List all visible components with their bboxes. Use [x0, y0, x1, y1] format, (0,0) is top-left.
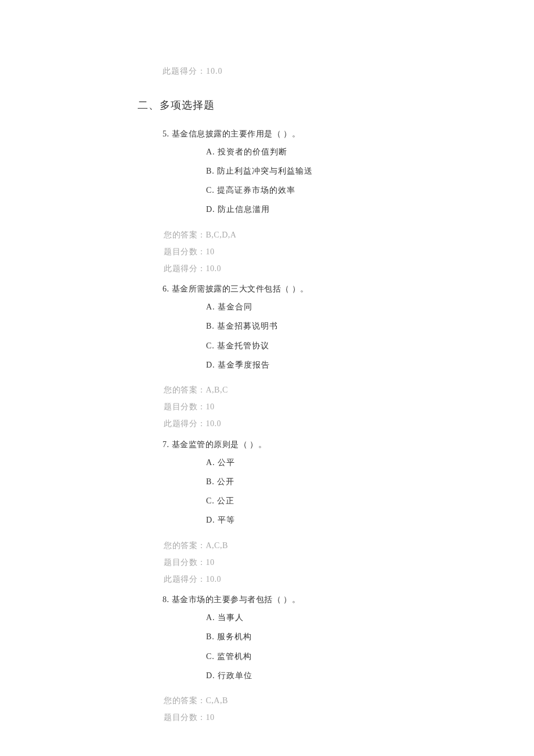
question-stem: 6. 基金所需披露的三大文件包括（ ）。	[163, 282, 499, 296]
option-label: B.	[206, 167, 215, 175]
option-text: 服务机构	[217, 632, 252, 641]
question-number: 8.	[163, 595, 169, 604]
option-item: A. 投资者的价值判断	[206, 145, 499, 159]
question-block: 5. 基金信息披露的主要作用是（ ）。 A. 投资者的价值判断 B. 防止利益冲…	[35, 127, 499, 276]
obtained-score-label: 此题得分：	[164, 264, 206, 273]
question-text: 基金所需披露的三大文件包括（ ）。	[172, 285, 309, 293]
option-label: A.	[206, 303, 215, 311]
option-label: D.	[206, 361, 215, 369]
question-stem: 8. 基金市场的主要参与者包括（ ）。	[163, 592, 499, 607]
option-text: 公正	[217, 496, 234, 505]
answer-block: 您的答案：A,C,B 题目分数：10 此题得分：10.0	[164, 538, 499, 587]
option-item: B. 防止利益冲突与利益输送	[206, 164, 499, 178]
option-item: C. 提高证券市场的效率	[206, 183, 499, 197]
option-text: 监管机构	[217, 652, 252, 661]
option-text: 公平	[218, 458, 235, 467]
top-score-line: 此题得分：10.0	[163, 64, 499, 78]
question-stem: 5. 基金信息披露的主要作用是（ ）。	[163, 127, 499, 141]
question-score-line: 题目分数：10	[164, 555, 499, 570]
obtained-score-line: 此题得分：10.0	[164, 572, 499, 586]
question-score-line: 题目分数：10	[164, 710, 499, 725]
option-text: 提高证券市场的效率	[217, 186, 295, 195]
page-container: 此题得分：10.0 二、多项选择题 5. 基金信息披露的主要作用是（ ）。 A.…	[0, 0, 534, 756]
option-item: D. 平等	[206, 513, 499, 527]
option-label: C.	[206, 186, 215, 195]
option-item: A. 基金合同	[206, 300, 499, 314]
option-label: A.	[206, 147, 215, 156]
option-text: 平等	[218, 516, 235, 524]
options-list: A. 当事人 B. 服务机构 C. 监管机构 D. 行政单位	[206, 610, 499, 683]
option-item: C. 基金托管协议	[206, 339, 499, 353]
your-answer-value: C,A,B	[206, 696, 228, 705]
question-text: 基金市场的主要参与者包括（ ）。	[172, 595, 301, 604]
option-text: 行政单位	[218, 671, 252, 680]
option-text: 基金季度报告	[218, 361, 270, 369]
option-text: 防止信息滥用	[218, 205, 270, 214]
option-label: C.	[206, 341, 215, 350]
option-text: 当事人	[218, 613, 244, 622]
question-score-label: 题目分数：	[164, 713, 206, 722]
option-label: D.	[206, 516, 215, 524]
your-answer-line: 您的答案：A,B,C	[164, 383, 499, 397]
option-label: B.	[206, 322, 215, 330]
section-title: 二、多项选择题	[138, 96, 499, 114]
option-item: D. 防止信息滥用	[206, 202, 499, 217]
question-number: 7.	[163, 440, 169, 449]
option-label: B.	[206, 632, 215, 641]
obtained-score-value: 10.0	[206, 419, 222, 428]
your-answer-value: A,C,B	[206, 541, 228, 550]
option-item: A. 公平	[206, 455, 499, 470]
option-text: 基金合同	[218, 303, 252, 311]
obtained-score-value: 10.0	[206, 264, 222, 273]
question-text: 基金信息披露的主要作用是（ ）。	[172, 129, 301, 138]
question-score-value: 10	[206, 713, 215, 722]
option-label: A.	[206, 458, 215, 467]
option-item: B. 服务机构	[206, 629, 499, 644]
question-score-label: 题目分数：	[164, 402, 206, 411]
option-label: A.	[206, 613, 215, 622]
question-number: 6.	[163, 285, 169, 293]
option-label: C.	[206, 652, 215, 661]
your-answer-line: 您的答案：C,A,B	[164, 693, 499, 708]
your-answer-label: 您的答案：	[164, 541, 206, 550]
your-answer-line: 您的答案：A,C,B	[164, 538, 499, 553]
options-list: A. 投资者的价值判断 B. 防止利益冲突与利益输送 C. 提高证券市场的效率 …	[206, 145, 499, 217]
option-label: B.	[206, 477, 215, 486]
question-block: 6. 基金所需披露的三大文件包括（ ）。 A. 基金合同 B. 基金招募说明书 …	[35, 282, 499, 431]
question-score-line: 题目分数：10	[164, 399, 499, 414]
question-score-value: 10	[206, 402, 215, 411]
answer-block: 您的答案：B,C,D,A 题目分数：10 此题得分：10.0	[164, 228, 499, 276]
question-score-value: 10	[206, 558, 215, 567]
option-item: D. 基金季度报告	[206, 358, 499, 372]
option-item: A. 当事人	[206, 610, 499, 625]
option-label: D.	[206, 205, 215, 214]
option-item: D. 行政单位	[206, 668, 499, 683]
question-score-label: 题目分数：	[164, 558, 206, 567]
your-answer-label: 您的答案：	[164, 696, 206, 705]
options-list: A. 基金合同 B. 基金招募说明书 C. 基金托管协议 D. 基金季度报告	[206, 300, 499, 372]
question-number: 5.	[163, 129, 169, 138]
your-answer-value: A,B,C	[206, 386, 228, 394]
question-stem: 7. 基金监管的原则是（ ）。	[163, 437, 499, 452]
your-answer-label: 您的答案：	[164, 386, 206, 394]
answer-block: 您的答案：C,A,B 题目分数：10	[164, 693, 499, 725]
your-answer-label: 您的答案：	[164, 231, 206, 239]
question-text: 基金监管的原则是（ ）。	[172, 440, 267, 449]
obtained-score-label: 此题得分：	[164, 575, 206, 584]
option-text: 公开	[217, 477, 234, 486]
option-item: B. 公开	[206, 474, 499, 489]
option-text: 防止利益冲突与利益输送	[217, 167, 313, 175]
option-text: 基金招募说明书	[217, 322, 278, 330]
question-block: 8. 基金市场的主要参与者包括（ ）。 A. 当事人 B. 服务机构 C. 监管…	[35, 592, 499, 725]
your-answer-value: B,C,D,A	[206, 231, 237, 239]
options-list: A. 公平 B. 公开 C. 公正 D. 平等	[206, 455, 499, 528]
obtained-score-line: 此题得分：10.0	[164, 416, 499, 431]
question-score-line: 题目分数：10	[164, 244, 499, 259]
obtained-score-label: 此题得分：	[164, 419, 206, 428]
option-item: B. 基金招募说明书	[206, 319, 499, 333]
option-label: D.	[206, 671, 215, 680]
obtained-score-value: 10.0	[206, 575, 222, 584]
answer-block: 您的答案：A,B,C 题目分数：10 此题得分：10.0	[164, 383, 499, 431]
option-text: 基金托管协议	[217, 341, 269, 350]
question-score-label: 题目分数：	[164, 247, 206, 256]
